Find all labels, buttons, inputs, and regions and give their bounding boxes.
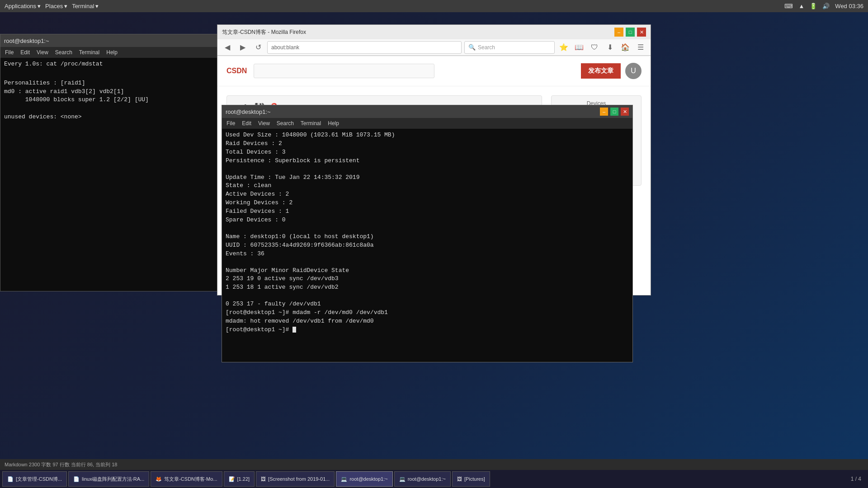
firefox-reader[interactable]: 📖 [573, 41, 585, 54]
term2-table-header: Number Major Minor RaidDevice State [226, 267, 629, 275]
terminal-window-2: root@desktop1:~ – □ ✕ File Edit View Sea… [222, 105, 633, 362]
applications-menu[interactable]: Applications ▾ [5, 3, 41, 9]
terminal-2-controls: – □ ✕ [600, 108, 629, 116]
firefox-back[interactable]: ◀ [221, 41, 234, 54]
term2-events: Events : 36 [226, 250, 629, 258]
places-menu[interactable]: Places ▾ [45, 3, 67, 9]
status-bar: Markdown 2300 字数 97 行数 当前行 86, 当前列 18 [0, 459, 868, 470]
firefox-bookmark[interactable]: ⭐ [557, 41, 570, 54]
taskbar-item-2[interactable]: 🦊 笃文章-CSDN博客·Mo... [151, 471, 222, 487]
term2-used-dev: Used Dev Size : 1048000 (1023.61 MiB 107… [226, 131, 629, 140]
terminal-2-content: Used Dev Size : 1048000 (1023.61 MiB 107… [222, 129, 632, 362]
term2-failed-devices: Failed Devices : 1 [226, 207, 629, 216]
firefox-toolbar: ◀ ▶ ↺ about:blank 🔍 Search ⭐ 📖 🛡 ⬇ 🏠 ☰ [217, 39, 651, 56]
taskbar-item-4[interactable]: 🖼 [Screenshot from 2019-01... [256, 471, 335, 487]
taskbar-item-3[interactable]: 📝 [1.22] [224, 471, 255, 487]
address-text: about:blank [271, 44, 299, 51]
csdn-search[interactable] [254, 64, 434, 78]
taskbar-item-6[interactable]: 💻 root@desktop1:~ [394, 471, 451, 487]
taskbar-page-count: 1 / 4 [851, 476, 866, 482]
taskbar-label-7: [Pictures] [464, 476, 485, 482]
term2-device-row-3: 0 253 17 - faulty /dev/vdb1 [226, 300, 629, 309]
csdn-logo: CSDN [226, 67, 247, 75]
places-label: Places [45, 3, 63, 9]
firefox-close[interactable]: ✕ [637, 28, 646, 37]
taskbar-icon-4: 🖼 [261, 476, 266, 482]
terminal-2-minimize[interactable]: – [600, 108, 608, 116]
term2-name: Name : desktop1:0 (local to host desktop… [226, 233, 629, 241]
taskbar-item-0[interactable]: 📄 [文章管理-CSDN博... [2, 471, 67, 487]
term1-menu-view[interactable]: View [34, 48, 51, 56]
term2-raid-devices: Raid Devices : 2 [226, 140, 629, 148]
battery-icon: 🔋 [810, 3, 817, 9]
taskbar-icon-3: 📝 [229, 476, 235, 482]
taskbar-item-7[interactable]: 🖼 [Pictures] [452, 471, 490, 487]
user-avatar[interactable]: U [625, 63, 642, 79]
firefox-chrome: 笃文章-CSDN博客 - Mozilla Firefox – □ ✕ ◀ ▶ ↺… [217, 25, 651, 56]
terminal-2-menubar: File Edit View Search Terminal Help [222, 118, 632, 129]
publish-button[interactable]: 发布文章 [581, 63, 621, 79]
term2-menu-help[interactable]: Help [326, 119, 341, 127]
firefox-menu[interactable]: ☰ [634, 41, 647, 54]
term2-active-devices: Active Devices : 2 [226, 190, 629, 199]
term2-persistence: Persistence : Superblock is persistent [226, 157, 629, 165]
firefox-maximize[interactable]: □ [626, 28, 635, 37]
firefox-title: 笃文章-CSDN博客 - Mozilla Firefox [222, 28, 306, 36]
firefox-minimize[interactable]: – [614, 28, 623, 37]
firefox-reload[interactable]: ↺ [252, 41, 264, 54]
firefox-home[interactable]: 🏠 [619, 41, 632, 54]
term1-menu-help[interactable]: Help [104, 48, 120, 56]
term1-menu-terminal[interactable]: Terminal [77, 48, 102, 56]
keyboard-icon: ⌨ [784, 3, 793, 9]
firefox-download[interactable]: ⬇ [604, 41, 616, 54]
term1-menu-search[interactable]: Search [53, 48, 75, 56]
terminal-menu[interactable]: Terminal ▾ [72, 3, 99, 9]
taskbar-icon-6: 💻 [399, 476, 406, 482]
taskbar-label-5: root@desktop1:~ [349, 476, 387, 482]
term2-uuid: UUID : 60752335:4a4d9269:9f6366ab:861c8a… [226, 241, 629, 250]
terminal-arrow: ▾ [95, 3, 99, 9]
terminal-2-titlebar: root@desktop1:~ – □ ✕ [222, 105, 632, 118]
taskbar-item-1[interactable]: 📄 linux磁盘阵列配置方法·RA... [68, 471, 149, 487]
system-time: Wed 03:36 [835, 3, 863, 9]
terminal-2-close[interactable]: ✕ [621, 108, 629, 116]
term2-spare-devices: Spare Devices : 0 [226, 216, 629, 225]
search-icon: 🔍 [468, 44, 476, 51]
term2-state: State : clean [226, 182, 629, 190]
term1-watch-cmd: Every 1.0s: cat /proc/mdstat [4, 60, 103, 69]
term2-menu-edit[interactable]: Edit [240, 119, 254, 127]
taskbar-label-6: root@desktop1:~ [408, 476, 446, 482]
firefox-controls: – □ ✕ [614, 28, 646, 37]
places-arrow: ▾ [64, 3, 67, 9]
terminal-1-title: root@desktop1:~ [4, 38, 49, 44]
taskbar-icon-2: 🦊 [156, 476, 162, 482]
applications-label: Applications [5, 3, 36, 9]
term1-menu-edit[interactable]: Edit [18, 48, 32, 56]
term2-menu-terminal[interactable]: Terminal [298, 119, 323, 127]
sound-icon: 🔊 [822, 3, 830, 9]
system-bar-right: ⌨ ▲ 🔋 🔊 Wed 03:36 [784, 3, 863, 9]
search-placeholder: Search [478, 44, 495, 51]
term2-mdadm-output: mdadm: hot removed /dev/vdb1 from /dev/m… [226, 317, 629, 326]
term1-menu-file[interactable]: File [3, 48, 16, 56]
term2-mdadm-cmd: [root@desktop1 ~]# mdadm -r /dev/md0 /de… [226, 309, 629, 317]
terminal-2-title: root@desktop1:~ [226, 108, 271, 115]
term2-update-time: Update Time : Tue Jan 22 14:35:32 2019 [226, 174, 629, 182]
system-bar: Applications ▾ Places ▾ Terminal ▾ ⌨ ▲ 🔋… [0, 0, 868, 12]
firefox-forward[interactable]: ▶ [236, 41, 249, 54]
taskbar-label-3: [1.22] [237, 476, 250, 482]
applications-arrow: ▾ [38, 3, 41, 9]
taskbar-label-0: [文章管理-CSDN博... [16, 476, 62, 483]
firefox-shield[interactable]: 🛡 [588, 41, 601, 54]
terminal-2-maximize[interactable]: □ [610, 108, 618, 116]
term2-menu-view[interactable]: View [256, 119, 272, 127]
taskbar-label-1: linux磁盘阵列配置方法·RA... [82, 476, 144, 483]
firefox-search-box[interactable]: 🔍 Search [464, 41, 555, 54]
firefox-address-bar[interactable]: about:blank [267, 41, 462, 54]
taskbar-item-5[interactable]: 💻 root@desktop1:~ [336, 471, 392, 487]
term2-menu-file[interactable]: File [224, 119, 237, 127]
firefox-titlebar: 笃文章-CSDN博客 - Mozilla Firefox – □ ✕ [217, 25, 651, 39]
term2-device-row-2: 1 253 18 1 active sync /dev/vdb2 [226, 283, 629, 292]
term2-menu-search[interactable]: Search [274, 119, 296, 127]
taskbar-icon-7: 🖼 [457, 476, 462, 482]
